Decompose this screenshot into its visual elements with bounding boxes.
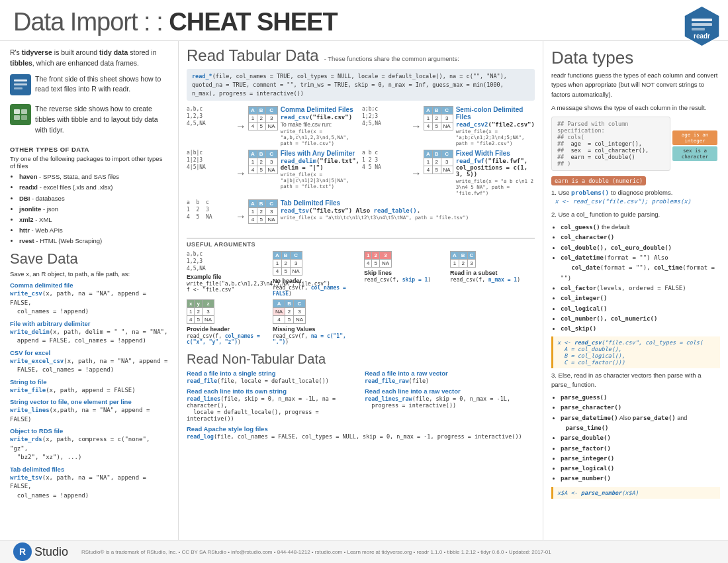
- col-functions-list: col_guess() the default col_character() …: [551, 223, 720, 334]
- non-tabular-grid: Read a file into a single string read_fi…: [187, 370, 535, 442]
- sex-annotation: sex is a character: [672, 146, 717, 161]
- dt-point-3: 3. Else, read in as character vectors th…: [551, 371, 720, 389]
- other-types-intro: Try one of the following packages to imp…: [10, 155, 168, 170]
- r-circle: R: [13, 542, 32, 561]
- save-tsv-title: Tab delimited files: [10, 466, 168, 473]
- read-tabular-header: Read Tabular Data - These functions shar…: [187, 46, 535, 65]
- rstudio-text: Studio: [34, 545, 68, 559]
- parsed-box: ## Parsed with column specification: ## …: [551, 117, 670, 171]
- svg-rect-9: [21, 109, 27, 114]
- rstudio-logo: R Studio: [13, 542, 68, 561]
- dt-point-2: 2. Use a col_ function to guide parsing.: [551, 210, 720, 219]
- list-item: col_character(): [561, 232, 720, 242]
- save-title: Save Data: [10, 250, 168, 268]
- save-tsv-code: write_tsv(x, path, na = "NA", append = F…: [10, 474, 168, 501]
- file-type-csv: a,b,c 1,2,3 4,5,NA → ABC 123 45NA Comma …: [187, 106, 359, 147]
- svg-rect-3: [692, 28, 705, 30]
- list-item: haven - SPSS, Stata, and SAS files: [19, 172, 168, 182]
- save-section: Save Data Save x, an R object, to path, …: [10, 250, 168, 500]
- list-item: col_logical(): [561, 304, 720, 314]
- save-csv-code: write_csv(x, path, na = "NA", append = F…: [10, 289, 168, 317]
- middle-column: Read Tabular Data - These functions shar…: [179, 41, 543, 540]
- arg-skip-lines: 12345NA Skip lines read_csv(f, skip = 1): [364, 251, 443, 297]
- main-content: R's tidyverse is built around tidy data …: [0, 41, 728, 540]
- csv2-preview: a;b;c 1;2;3 4;5,NA: [362, 106, 405, 140]
- list-item: parse_double(): [561, 433, 720, 443]
- page-title: Data Import : : CHEAT SHEET: [13, 8, 338, 36]
- save-string-code: write_file(x, path, append = FALSE): [10, 386, 168, 395]
- data-types-sub: A message shows the type of each column …: [551, 103, 720, 113]
- footer: R Studio RStudio® is a trademark of RStu…: [0, 540, 728, 563]
- svg-rect-7: [14, 87, 23, 89]
- right-column: Data types readr functions guess the typ…: [543, 41, 728, 540]
- readr-badge-row: The front side of this sheet shows how t…: [10, 74, 168, 101]
- readr-desc: The front side of this sheet shows how t…: [35, 74, 168, 95]
- non-tabular-section: Read Non-Tabular Data Read a file into a…: [187, 352, 535, 442]
- nt-apache-log: Read Apache style log files read_log(fil…: [187, 425, 535, 440]
- delim-desc: Files with Any Delimiter read_delim("fil…: [281, 150, 359, 190]
- arg-read-subset: ABC123 Read in a subset read_csv(f, n_ma…: [450, 251, 535, 297]
- list-item: col_integer(): [561, 293, 720, 303]
- data-types-intro: readr functions guess the types of each …: [551, 71, 720, 99]
- header: Data Import : : CHEAT SHEET readr: [0, 0, 728, 41]
- tidyr-icon: [10, 104, 31, 125]
- csv-table: ABC 123 45NA: [248, 106, 278, 130]
- nt-single-string: Read a file into a single string read_fi…: [187, 370, 357, 384]
- save-intro: Save x, an R object, to path, a file pat…: [10, 270, 168, 278]
- svg-rect-1: [692, 19, 712, 21]
- list-item: xml2 - XML: [19, 215, 168, 225]
- svg-rect-8: [14, 109, 20, 114]
- read-tabular-subtitle: - These functions share the common argum…: [324, 55, 459, 62]
- list-item: col_number(), col_numeric(): [561, 314, 720, 324]
- useful-args-title: USEFUL ARGUMENTS: [187, 238, 535, 248]
- dt-point-1: 1. Use problems() to diagnose problems. …: [551, 188, 720, 206]
- save-rds-title: Object to RDS file: [10, 427, 168, 435]
- arg-provide-header: xyz12345NA Provide header read_csv(f, co…: [187, 299, 266, 345]
- useful-args-section: USEFUL ARGUMENTS a,b,c 1,2,3 4,5,NA Exam…: [187, 238, 535, 345]
- list-item: httr - Web APIs: [19, 225, 168, 236]
- tsv-preview: a b c 1 2 3 4 5 NA: [187, 199, 230, 234]
- arrow-icon: →: [236, 121, 246, 132]
- svg-rect-11: [21, 115, 27, 120]
- arrow-icon: →: [411, 168, 422, 179]
- csv2-table: ABC 123 45NA: [424, 106, 453, 130]
- save-csv-title: Comma delimited file: [10, 282, 168, 289]
- arg-no-header: ABC12345NA No header read_csv(f, col_nam…: [273, 251, 357, 297]
- list-item: col_guess() the default: [561, 223, 720, 232]
- arrow-icon: →: [411, 121, 422, 132]
- tsv-desc: Tab Delimited Files read_tsv("file.tsv")…: [281, 199, 535, 221]
- file-type-delim: a|b|c 1|2|3 4|5|NA → ABC 123 45NA Files …: [187, 150, 359, 197]
- csv-desc: Comma Delimited Files read_csv("file.csv…: [281, 106, 359, 147]
- save-delim-title: File with arbitrary delimiter: [10, 320, 168, 327]
- code-example-2: x$A <- parse_number(x$A): [551, 487, 720, 499]
- footer-text: RStudio® is a trademark of RStudio, Inc.…: [81, 549, 551, 555]
- non-tabular-title: Read Non-Tabular Data: [187, 352, 535, 367]
- list-item: col_datetime(format = "") Also col_date(…: [561, 253, 720, 283]
- data-types-title: Data types: [551, 48, 720, 68]
- left-column: R's tidyverse is built around tidy data …: [0, 41, 179, 540]
- save-excel-title: CSV for excel: [10, 349, 168, 356]
- list-item: rvest - HTML (Web Scraping): [19, 236, 168, 246]
- file-type-fwf: a b c 1 2 3 4 5 NA → ABC 123 45NA Fixed …: [362, 150, 535, 197]
- delim-preview: a|b|c 1|2|3 4|5|NA: [187, 150, 230, 184]
- list-item: col_factor(levels, ordered = FALSE): [561, 283, 720, 293]
- common-args: read_*(file, col_names = TRUE, col_types…: [187, 69, 535, 101]
- readr-hex-logo: readr: [684, 5, 720, 47]
- delim-table: ABC 123 45NA: [248, 150, 278, 174]
- svg-text:readr: readr: [694, 32, 710, 40]
- save-string-title: String to file: [10, 378, 168, 385]
- file-type-csv2: a;b;c 1;2;3 4;5,NA → ABC 123 45NA Semi-c…: [362, 106, 535, 147]
- list-item: DBI - databases: [19, 193, 168, 204]
- list-item: parse_logical(): [561, 464, 720, 474]
- list-item: parse_guess(): [561, 393, 720, 403]
- csv-preview: a,b,c 1,2,3 4,5,NA: [187, 106, 230, 140]
- tidyr-badge-row: The reverse side shows how to create tib…: [10, 104, 168, 140]
- fwf-desc: Fixed Width Files read_fwf("file.fwf", c…: [456, 150, 535, 197]
- tsv-table: ABC 123 45NA: [248, 199, 278, 224]
- save-rds-code: write_rds(x, path, compress = c("none", …: [10, 435, 168, 462]
- svg-rect-10: [14, 115, 20, 120]
- readr-icon: [10, 74, 31, 95]
- list-item: parse_character(): [561, 403, 720, 413]
- code-example-1: x <- read_csv("file.csv", col_types = co…: [551, 336, 720, 368]
- arg-missing-values: ABCNA2345NA Missing Values read_csv(f, n…: [273, 299, 357, 345]
